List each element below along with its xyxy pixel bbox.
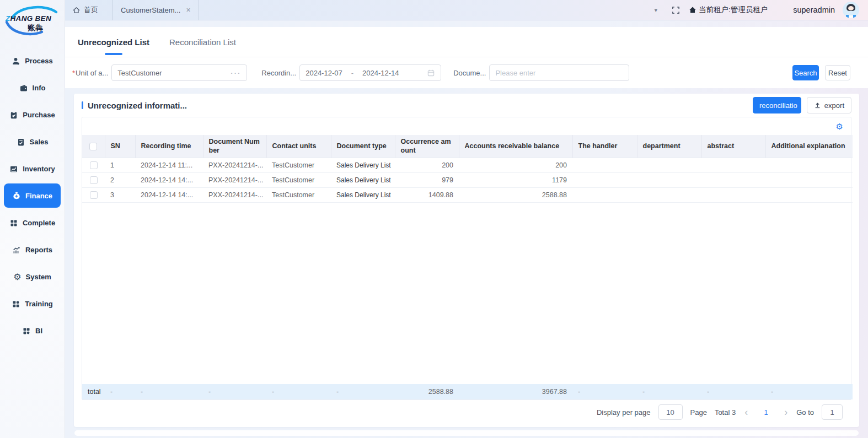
reset-button[interactable]: Reset <box>825 65 850 80</box>
sidebar-item-label: Purchase <box>23 111 55 119</box>
upload-icon <box>814 102 821 109</box>
main-area: 首页 CustomerStatem... × ▾ 当前租户:管理员租户 <box>65 0 868 438</box>
sidebar-item-process[interactable]: Process <box>4 47 61 74</box>
sidebar-item-reports[interactable]: Reports <box>4 236 61 263</box>
sidebar-item-finance[interactable]: Finance <box>4 183 61 208</box>
avatar[interactable] <box>843 2 859 18</box>
search-button[interactable]: Search <box>792 65 819 80</box>
current-tenant: 当前租户:管理员租户 <box>689 5 768 15</box>
goto-label: Go to <box>796 408 814 417</box>
sidebar-item-training[interactable]: Training <box>4 290 61 317</box>
tenant-label: 当前租户:管理员租户 <box>699 5 768 15</box>
sidebar-item-label: Info <box>33 84 46 92</box>
col-occurrence-amount: Occurrence amount <box>395 135 459 158</box>
sidebar-item-label: Training <box>25 300 53 308</box>
table-row[interactable]: 2 2024-12-14 14:... PXX-20241214-... Tes… <box>82 172 853 187</box>
table-row[interactable]: 3 2024-12-14 14:... PXX-20241214-... Tes… <box>82 187 853 202</box>
select-all-checkbox[interactable] <box>89 143 97 150</box>
per-page-label: Display per page <box>597 408 651 417</box>
total-count-label: Total 3 <box>715 408 736 417</box>
page-label: Page <box>690 408 707 417</box>
recording-filter-label: Recordin... <box>261 69 296 77</box>
sidebar-item-purchase[interactable]: Purchase <box>4 101 61 128</box>
table-empty-space <box>82 203 851 385</box>
sidebar-item-system[interactable]: ⚙ System <box>4 263 61 290</box>
close-icon[interactable]: × <box>186 6 190 14</box>
column-settings-gear-icon[interactable]: ⚙ <box>836 122 843 131</box>
document-input[interactable] <box>495 69 623 77</box>
sidebar-item-bi[interactable]: BI <box>4 317 61 344</box>
required-asterisk: * <box>72 69 75 77</box>
tab-label: CustomerStatem... <box>121 6 180 14</box>
sidebar: ZHANG BEN 账犇 Process Info <box>0 0 65 438</box>
row-checkbox[interactable] <box>90 191 98 199</box>
recording-date-range[interactable]: 2024-12-07 - 2024-12-14 <box>299 64 441 81</box>
reconciliation-button[interactable]: reconciliatio <box>753 97 801 113</box>
sidebar-item-inventory[interactable]: Inventory <box>4 155 61 182</box>
row-checkbox[interactable] <box>90 161 98 169</box>
sidebar-item-info[interactable]: Info <box>4 74 61 101</box>
money-bag-icon <box>12 191 21 200</box>
sidebar-item-label: Inventory <box>23 165 55 173</box>
sidebar-item-label: Reports <box>25 246 52 254</box>
date-start[interactable]: 2024-12-07 <box>306 69 342 77</box>
content-area: Unrecognized informati... reconciliatio <box>65 88 868 438</box>
document-filter-label: Docume... <box>453 69 486 77</box>
current-page[interactable]: 1 <box>757 408 775 417</box>
tab-label: Unrecognized List <box>78 37 149 47</box>
pagination: Display per page Page Total 3 ‹ 1 › Go t… <box>82 400 851 424</box>
more-options-icon[interactable]: ··· <box>231 69 241 77</box>
app-window: ZHANG BEN 账犇 Process Info <box>0 0 868 438</box>
col-recording-time: Recording time <box>135 135 203 158</box>
filter-bar: *Unit of a... ··· Recordin... 2024-12-07… <box>65 57 868 88</box>
date-separator: - <box>346 69 359 77</box>
brand-name-en: ZHANG BEN <box>6 14 61 23</box>
home-nav[interactable]: 首页 <box>72 5 98 15</box>
unrecognized-table: SN Recording time Document Number Contac… <box>82 135 853 203</box>
export-button[interactable]: export <box>807 97 851 113</box>
fullscreen-icon[interactable] <box>672 6 680 14</box>
unrecognized-info-card: Unrecognized informati... reconciliatio <box>74 94 859 427</box>
page-size-field[interactable] <box>658 404 683 420</box>
next-page-icon[interactable]: › <box>783 407 789 417</box>
sidebar-item-sales[interactable]: Sales <box>4 128 61 155</box>
brand-name-cn: 账犇 <box>28 23 61 32</box>
row-checkbox[interactable] <box>90 176 98 184</box>
col-the-handler: The handler <box>572 135 637 158</box>
sidebar-item-complete[interactable]: Complete <box>4 209 61 236</box>
username[interactable]: superadmin <box>793 6 835 14</box>
active-tab-indicator <box>105 53 122 55</box>
gear-icon: ⚙ <box>13 273 21 282</box>
goto-page-input[interactable] <box>822 408 842 417</box>
open-tab-customer-statement[interactable]: CustomerStatem... × <box>112 0 199 20</box>
tenant-home-icon <box>689 6 696 14</box>
wallet-icon <box>19 84 28 93</box>
goto-page-field[interactable] <box>822 404 843 420</box>
section-title: Unrecognized informati... <box>88 101 187 110</box>
unit-input[interactable] <box>117 69 231 77</box>
sidebar-item-label: Complete <box>23 219 55 227</box>
sidebar-item-label: Process <box>25 57 53 65</box>
col-additional-explanation: Additional explanation <box>765 135 853 158</box>
grid-icon <box>22 327 31 336</box>
trend-icon <box>12 246 21 255</box>
page-size-input[interactable] <box>659 408 682 417</box>
sidebar-menu: Process Info Purchase <box>0 47 65 344</box>
clipboard-icon <box>9 111 18 120</box>
date-end[interactable]: 2024-12-14 <box>362 69 399 77</box>
document-filter-field[interactable] <box>489 64 629 81</box>
col-sn: SN <box>105 135 135 158</box>
unit-select[interactable]: ··· <box>111 64 247 81</box>
calendar-icon[interactable] <box>427 69 435 77</box>
chevron-down-icon[interactable]: ▾ <box>654 7 657 14</box>
horizontal-scrollbar[interactable] <box>74 430 859 436</box>
sidebar-item-label: Finance <box>25 192 52 200</box>
grid-icon <box>12 300 20 309</box>
tab-reconciliation-list[interactable]: Reconciliation List <box>169 27 236 57</box>
prev-page-icon[interactable]: ‹ <box>743 407 749 417</box>
user-icon <box>12 57 20 66</box>
total-row-table: total - - - - - 2588.88 3967.88 - - - - <box>82 384 853 399</box>
page-tabbar: Unrecognized List Reconciliation List <box>65 27 868 57</box>
table-row[interactable]: 1 2024-12-14 11:... PXX-20241214-... Tes… <box>82 158 853 172</box>
tab-unrecognized-list[interactable]: Unrecognized List <box>78 27 149 57</box>
